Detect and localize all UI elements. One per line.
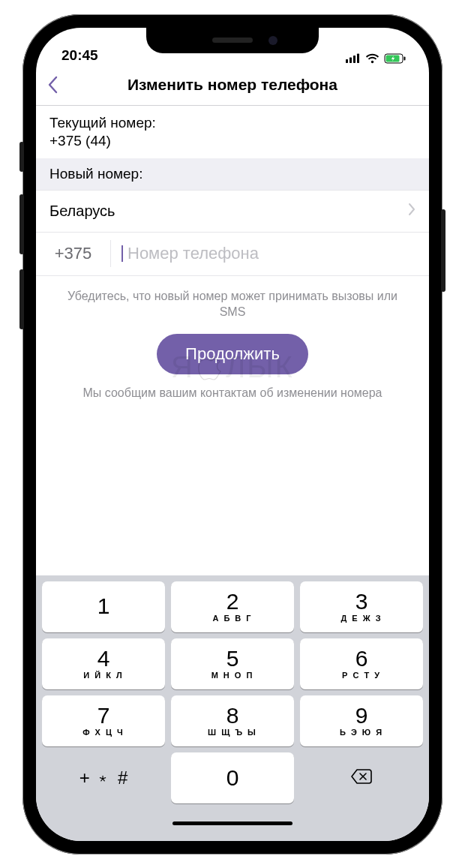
- key-8[interactable]: 8Ш Щ Ъ Ы: [171, 695, 294, 746]
- side-button: [441, 209, 446, 292]
- side-button: [20, 194, 24, 254]
- screen: 20:45 Изменить номер телефона Тек: [36, 28, 429, 841]
- svg-rect-6: [404, 56, 406, 60]
- key-1[interactable]: 1: [42, 581, 165, 632]
- country-name: Беларусь: [50, 203, 408, 220]
- phone-input[interactable]: Номер телефона: [111, 244, 429, 263]
- key-5[interactable]: 5М Н О П: [171, 638, 294, 689]
- svg-rect-2: [353, 56, 356, 63]
- key-symbols[interactable]: + ﹡ #: [42, 752, 165, 803]
- chevron-right-icon: [408, 203, 416, 219]
- country-row[interactable]: Беларусь: [36, 191, 429, 233]
- content: Текущий номер: +375 (44) Новый номер: Бе…: [36, 106, 429, 575]
- svg-rect-0: [346, 59, 348, 63]
- text-cursor: [122, 245, 123, 262]
- current-number-value: +375 (44): [50, 133, 416, 149]
- backspace-icon: [350, 768, 373, 788]
- key-backspace[interactable]: [300, 752, 423, 803]
- numeric-keyboard: 1 2А Б В Г 3Д Е Ж З 4И Й К Л 5М Н О П 6Р…: [36, 575, 429, 841]
- svg-rect-3: [357, 54, 359, 64]
- new-number-header: Новый номер:: [36, 158, 429, 191]
- key-9[interactable]: 9Ь Э Ю Я: [300, 695, 423, 746]
- key-2[interactable]: 2А Б В Г: [171, 581, 294, 632]
- phone-input-row: +375 Номер телефона: [36, 233, 429, 276]
- continue-button[interactable]: Продолжить: [157, 334, 308, 374]
- current-number-block: Текущий номер: +375 (44): [36, 106, 429, 158]
- back-button[interactable]: [36, 76, 69, 94]
- note-text: Мы сообщим вашим контактам об изменении …: [36, 382, 429, 404]
- key-6[interactable]: 6Р С Т У: [300, 638, 423, 689]
- side-button: [20, 269, 24, 329]
- cellular-icon: [346, 53, 361, 63]
- current-number-label: Текущий номер:: [50, 115, 416, 131]
- hint-text: Убедитесь, что новый номер может принима…: [36, 276, 429, 331]
- status-time: 20:45: [62, 47, 98, 64]
- notch: [146, 28, 319, 53]
- nav-bar: Изменить номер телефона: [36, 65, 429, 106]
- side-button: [20, 142, 24, 172]
- key-7[interactable]: 7Ф Х Ц Ч: [42, 695, 165, 746]
- key-0[interactable]: 0: [171, 752, 294, 803]
- home-indicator[interactable]: [42, 809, 423, 838]
- key-3[interactable]: 3Д Е Ж З: [300, 581, 423, 632]
- wifi-icon: [365, 53, 380, 64]
- key-4[interactable]: 4И Й К Л: [42, 638, 165, 689]
- country-code[interactable]: +375: [36, 240, 111, 267]
- phone-placeholder: Номер телефона: [128, 244, 259, 263]
- page-title: Изменить номер телефона: [36, 76, 429, 94]
- svg-rect-1: [350, 58, 352, 64]
- battery-charging-icon: [384, 53, 406, 64]
- phone-frame: 20:45 Изменить номер телефона Тек: [22, 14, 442, 854]
